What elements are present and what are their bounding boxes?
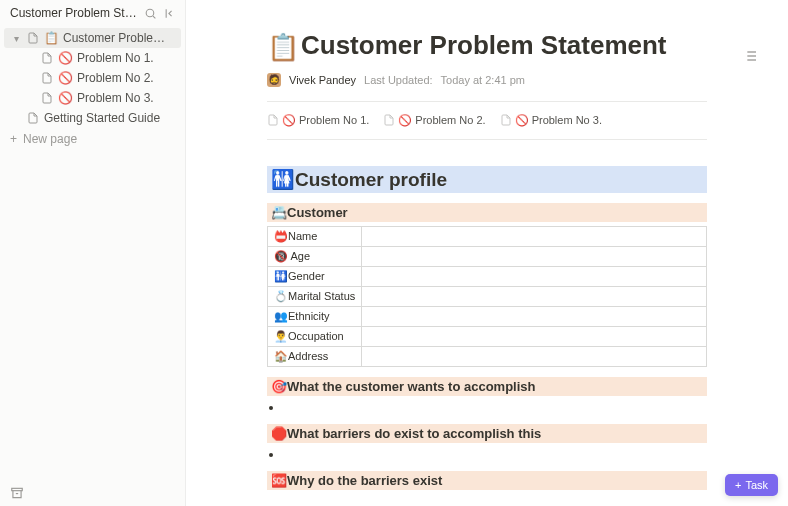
page-emoji: 🚫 — [58, 51, 73, 65]
field-value[interactable] — [362, 266, 707, 286]
field-value[interactable] — [362, 306, 707, 326]
page-emoji: 🚫 — [58, 71, 73, 85]
workspace-title: Customer Problem Statement — [10, 6, 137, 20]
sidebar-item-label: Problem No 1. — [77, 51, 173, 65]
table-row[interactable]: 👥Ethnicity — [268, 306, 707, 326]
field-value[interactable] — [362, 226, 707, 246]
chevron-down-icon[interactable]: ▾ — [10, 33, 22, 44]
outline-icon[interactable] — [742, 48, 758, 64]
sidebar-item-label: Getting Started Guide — [44, 111, 173, 125]
subpage-link[interactable]: 🚫Problem No 1. — [267, 114, 369, 127]
field-label[interactable]: 🏠Address — [268, 346, 362, 366]
subpage-link[interactable]: 🚫Problem No 3. — [500, 114, 602, 127]
field-value[interactable] — [362, 286, 707, 306]
page-icon — [40, 52, 54, 64]
field-label[interactable]: 📛Name — [268, 226, 362, 246]
sidebar-item-problem1[interactable]: 🚫 Problem No 1. — [4, 48, 181, 68]
page-title[interactable]: 📋Customer Problem Statement — [267, 30, 707, 63]
sidebar-item-problem3[interactable]: 🚫 Problem No 3. — [4, 88, 181, 108]
page-icon — [40, 92, 54, 104]
page-icon — [40, 72, 54, 84]
avatar: 🧔 — [267, 73, 281, 87]
heading-why[interactable]: 🆘Why do the barriers exist — [267, 471, 707, 490]
sidebar-item-label: Problem No 2. — [77, 71, 173, 85]
page-icon — [267, 114, 279, 126]
svg-line-1 — [153, 16, 155, 18]
customer-table[interactable]: 📛Name🔞 Age🚻Gender💍Marital Status👥Ethnici… — [267, 226, 707, 367]
table-row[interactable]: 🚻Gender — [268, 266, 707, 286]
field-label[interactable]: 🔞 Age — [268, 246, 362, 266]
heading-customer[interactable]: 📇Customer — [267, 203, 707, 222]
page-emoji: 🚫 — [58, 91, 73, 105]
table-row[interactable]: 👨‍💼Occupation — [268, 326, 707, 346]
page-emoji[interactable]: 📋 — [267, 32, 299, 62]
field-label[interactable]: 💍Marital Status — [268, 286, 362, 306]
page-emoji: 📋 — [44, 31, 59, 45]
heading-barriers[interactable]: 🛑What barriers do exist to accomplish th… — [267, 424, 707, 443]
field-value[interactable] — [362, 326, 707, 346]
accomplish-list[interactable] — [283, 400, 707, 414]
sidebar-nav: ▾ 📋 Customer Problem Statement 🚫 Problem… — [0, 26, 185, 152]
sidebar-item-problem2[interactable]: 🚫 Problem No 2. — [4, 68, 181, 88]
plus-icon: + — [735, 479, 741, 491]
field-label[interactable]: 👨‍💼Occupation — [268, 326, 362, 346]
heading-accomplish[interactable]: 🎯What the customer wants to accomplish — [267, 377, 707, 396]
author-name: Vivek Pandey — [289, 74, 356, 86]
page-icon — [26, 112, 40, 124]
subpage-label: Problem No 3. — [532, 114, 602, 126]
last-updated-value: Today at 2:41 pm — [441, 74, 525, 86]
svg-point-0 — [146, 9, 154, 17]
page-icon — [26, 32, 40, 44]
field-label[interactable]: 👥Ethnicity — [268, 306, 362, 326]
field-value[interactable] — [362, 246, 707, 266]
last-updated-label: Last Updated: — [364, 74, 433, 86]
list-item[interactable] — [283, 447, 707, 461]
table-row[interactable]: 💍Marital Status — [268, 286, 707, 306]
table-row[interactable]: 🏠Address — [268, 346, 707, 366]
sidebar-item-getting-started[interactable]: Getting Started Guide — [4, 108, 181, 128]
list-item[interactable] — [283, 400, 707, 414]
field-value[interactable] — [362, 346, 707, 366]
task-button-label: Task — [745, 479, 768, 491]
main-content: 📋Customer Problem Statement 🧔 Vivek Pand… — [186, 0, 788, 506]
page-icon — [500, 114, 512, 126]
page-icon — [383, 114, 395, 126]
heading-customer-profile[interactable]: 🚻Customer profile — [267, 166, 707, 193]
subpage-list: 🚫Problem No 1. 🚫Problem No 2. 🚫Problem N… — [267, 101, 707, 140]
sidebar-item-cps[interactable]: ▾ 📋 Customer Problem Statement — [4, 28, 181, 48]
svg-rect-3 — [12, 488, 23, 490]
page-title-text: Customer Problem Statement — [301, 30, 667, 60]
sidebar-item-label: Problem No 3. — [77, 91, 173, 105]
table-row[interactable]: 🔞 Age — [268, 246, 707, 266]
barriers-list[interactable] — [283, 447, 707, 461]
sidebar-footer — [0, 480, 185, 506]
table-row[interactable]: 📛Name — [268, 226, 707, 246]
subpage-label: Problem No 1. — [299, 114, 369, 126]
search-icon[interactable] — [143, 6, 157, 20]
subpage-link[interactable]: 🚫Problem No 2. — [383, 114, 485, 127]
sidebar-item-label: Customer Problem Statement — [63, 31, 173, 45]
plus-icon: + — [10, 132, 17, 146]
sidebar: Customer Problem Statement ▾ 📋 Customer … — [0, 0, 186, 506]
field-label[interactable]: 🚻Gender — [268, 266, 362, 286]
archive-icon[interactable] — [10, 486, 175, 500]
task-button[interactable]: + Task — [725, 474, 778, 496]
byline: 🧔 Vivek Pandey Last Updated: Today at 2:… — [267, 73, 707, 87]
sidebar-header: Customer Problem Statement — [0, 0, 185, 26]
subpage-label: Problem No 2. — [415, 114, 485, 126]
new-page-button[interactable]: + New page — [0, 128, 185, 150]
new-page-label: New page — [23, 132, 77, 146]
collapse-sidebar-icon[interactable] — [163, 6, 177, 20]
